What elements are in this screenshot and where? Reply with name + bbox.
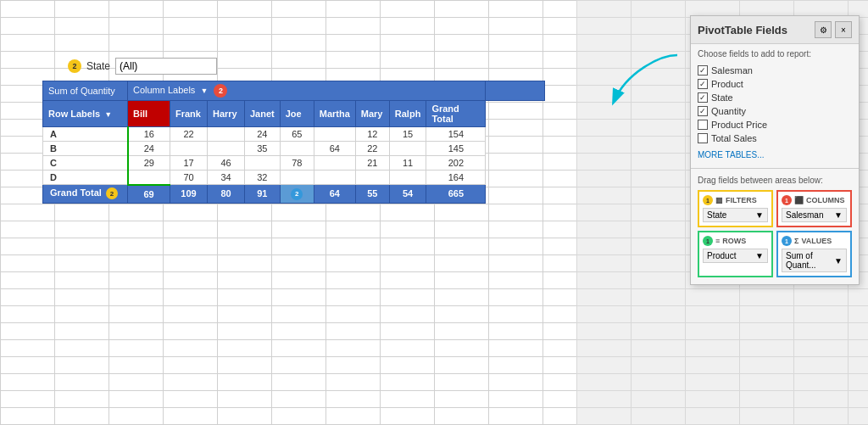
row-c-label: C <box>43 156 128 171</box>
grand-total-header: Grand Total <box>426 101 486 127</box>
gt-ralph: 54 <box>389 185 426 204</box>
close-button[interactable]: × <box>835 21 852 38</box>
pivot-header-row1: Sum of Quantity Column Labels ▼ 2 <box>43 81 545 101</box>
gt-harry: 80 <box>208 185 245 204</box>
values-label: VALUES <box>801 237 832 245</box>
state-badge: 2 <box>68 59 81 73</box>
more-tables-link[interactable]: MORE TABLES... <box>691 148 859 165</box>
a-ralph: 15 <box>389 127 426 142</box>
c-joe: 78 <box>280 156 314 171</box>
filters-dropdown[interactable]: State ▼ <box>703 208 768 222</box>
c-janet <box>245 156 281 171</box>
rows-label: ROWS <box>722 237 746 245</box>
table-row: D 70 34 32 164 <box>43 171 545 185</box>
values-arrow: ▼ <box>834 256 843 266</box>
c-harry: 46 <box>208 156 245 171</box>
rows-icon: ≡ <box>715 237 720 245</box>
panel-divider <box>691 168 859 169</box>
state-dropdown[interactable]: (All) <box>115 58 217 75</box>
mary-header: Mary <box>355 101 389 127</box>
a-mary: 12 <box>355 127 389 142</box>
pivot-header-row2: Row Labels ▼ Bill Frank Harry Janet Joe … <box>43 101 545 127</box>
row-filter-icon[interactable]: ▼ <box>104 110 112 119</box>
b-bill: 24 <box>128 142 170 156</box>
product-price-label: Product Price <box>711 120 767 130</box>
columns-arrow: ▼ <box>834 210 843 220</box>
filters-label: FILTERS <box>726 196 757 204</box>
values-dropdown[interactable]: Sum of Quant... ▼ <box>782 249 847 272</box>
d-martha <box>314 171 355 185</box>
drag-section-label: Drag fields between areas below: <box>691 172 859 187</box>
state-label: State <box>86 60 110 72</box>
field-quantity: Quantity <box>698 104 852 118</box>
areas-grid: 1 ▦ FILTERS State ▼ 1 ⬛ COLUMNS Salesman… <box>691 187 859 284</box>
grand-total-row: Grand Total 2 69 109 80 91 2 64 55 54 66… <box>43 185 545 204</box>
field-salesman: Salesman <box>698 64 852 77</box>
quantity-checkbox[interactable] <box>698 106 708 116</box>
d-bill <box>128 171 170 185</box>
rows-value: Product <box>707 251 736 260</box>
panel-subtitle: Choose fields to add to report: <box>691 44 859 62</box>
filters-area: 1 ▦ FILTERS State ▼ <box>698 190 773 227</box>
state-checkbox[interactable] <box>698 92 708 103</box>
c-total: 202 <box>426 156 486 171</box>
pivot-fields-panel: PivotTable Fields ⚙ × Choose fields to a… <box>690 15 860 285</box>
col-filter-icon[interactable]: ▼ <box>200 87 208 95</box>
product-checkbox[interactable] <box>698 79 708 89</box>
product-label: Product <box>711 79 743 89</box>
salesman-checkbox[interactable] <box>698 65 708 75</box>
total-sales-checkbox[interactable] <box>698 133 708 143</box>
b-total: 145 <box>426 142 486 156</box>
c-martha <box>314 156 355 171</box>
state-dropdown-wrapper[interactable]: (All) <box>115 58 217 75</box>
columns-badge: 1 <box>782 195 792 205</box>
grand-total-badge: 2 <box>106 187 118 199</box>
filters-arrow: ▼ <box>755 210 764 220</box>
values-value: Sum of Quant... <box>786 251 834 270</box>
columns-dropdown[interactable]: Salesman ▼ <box>782 208 847 222</box>
columns-header: 1 ⬛ COLUMNS <box>782 195 847 205</box>
gt-bill: 69 <box>128 185 170 204</box>
sum-of-quantity-cell: Sum of Quantity <box>43 81 128 101</box>
filters-badge: 1 <box>703 195 713 205</box>
c-mary: 21 <box>355 156 389 171</box>
values-area: 1 Σ VALUES Sum of Quant... ▼ <box>776 231 852 277</box>
field-state: State <box>698 91 852 104</box>
rows-dropdown[interactable]: Product ▼ <box>703 249 768 263</box>
pivot-table-container: Sum of Quantity Column Labels ▼ 2 Row La… <box>42 81 545 204</box>
gt-martha: 64 <box>314 185 355 204</box>
table-row: B 24 35 64 22 145 <box>43 142 545 156</box>
filters-value: State <box>707 210 726 220</box>
frank-header: Frank <box>170 101 208 127</box>
values-icon: Σ <box>794 237 798 245</box>
field-total-sales: Total Sales <box>698 131 852 145</box>
values-header: 1 Σ VALUES <box>782 236 847 246</box>
a-frank: 22 <box>170 127 208 142</box>
b-martha: 64 <box>314 142 355 156</box>
rows-header: 1 ≡ ROWS <box>703 236 768 246</box>
salesman-label: Salesman <box>711 65 753 75</box>
c-bill: 29 <box>128 156 170 171</box>
a-martha <box>314 127 355 142</box>
columns-label: COLUMNS <box>806 196 845 204</box>
b-harry <box>208 142 245 156</box>
gt-joe: 2 <box>280 185 314 204</box>
rows-badge: 1 <box>703 236 713 246</box>
row-a-label: A <box>43 127 128 142</box>
a-janet: 24 <box>245 127 281 142</box>
gt-frank: 109 <box>170 185 208 204</box>
gt-janet: 91 <box>245 185 281 204</box>
gt-mary: 55 <box>355 185 389 204</box>
a-joe: 65 <box>280 127 314 142</box>
field-product-price: Product Price <box>698 118 852 131</box>
table-row: C 29 17 46 78 21 11 202 <box>43 156 545 171</box>
joe-header: Joe <box>280 101 314 127</box>
col-labels-badge: 2 <box>214 84 227 98</box>
a-harry <box>208 127 245 142</box>
product-price-checkbox[interactable] <box>698 120 708 130</box>
empty-header-cell <box>486 81 545 101</box>
gear-button[interactable]: ⚙ <box>815 21 832 38</box>
janet-header: Janet <box>245 101 281 127</box>
columns-icon: ⬛ <box>794 196 804 204</box>
columns-area: 1 ⬛ COLUMNS Salesman ▼ <box>776 190 852 227</box>
